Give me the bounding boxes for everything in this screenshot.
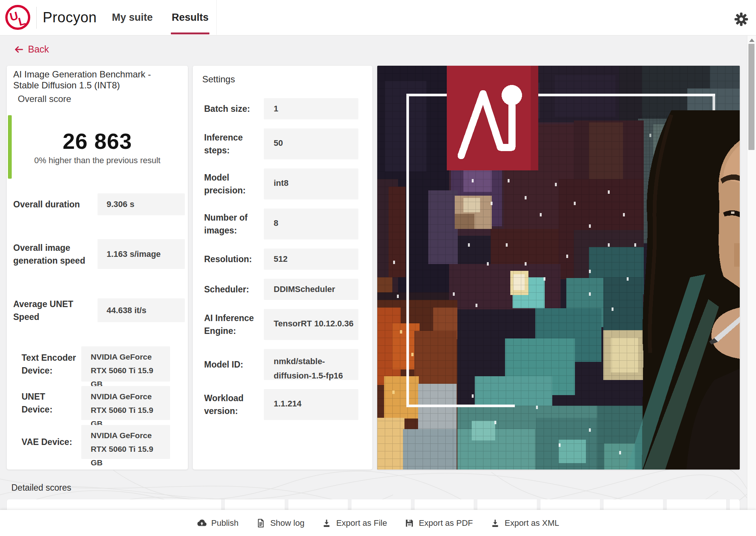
document-icon: [256, 518, 266, 528]
setting-label: Number of images:: [204, 209, 264, 239]
metric-value: 44.638 it/s: [107, 306, 146, 315]
score-comparison: 0% higher than the previous result: [7, 156, 188, 165]
back-label: Back: [28, 44, 49, 55]
metric-value-box: 44.638 it/s: [98, 298, 185, 322]
tab-my-suite[interactable]: My suite: [108, 0, 157, 35]
save-icon: [404, 518, 414, 528]
back-arrow-icon: [14, 44, 24, 55]
app-title: Procyon: [43, 0, 97, 35]
metric-label: Average UNET Speed: [13, 298, 93, 322]
setting-value-box: 1.1.214: [264, 389, 358, 420]
setting-value: nmkd/stable-diffusion-1.5-fp16: [274, 354, 358, 380]
footer-toolbar: Publish Show log Export as File Export a…: [0, 510, 756, 536]
header-divider: [216, 0, 217, 35]
detailed-scores-heading: Detailed scores: [11, 483, 71, 493]
show-log-label: Show log: [270, 518, 305, 528]
setting-label: Scheduler:: [204, 279, 264, 300]
device-value-box: NVIDIA GeForce RTX 5060 Ti 15.9 GB: [81, 346, 170, 382]
device-value: NVIDIA GeForce RTX 5060 Ti 15.9 GB: [91, 431, 153, 467]
device-value: NVIDIA GeForce RTX 5060 Ti 15.9 GB: [91, 392, 153, 428]
setting-value: 8: [274, 216, 278, 239]
export-file-button[interactable]: Export as File: [322, 518, 387, 528]
metric-value-box: 9.306 s: [98, 193, 185, 215]
device-value-box: NVIDIA GeForce RTX 5060 Ti 15.9 GB: [81, 425, 170, 459]
export-xml-button[interactable]: Export as XML: [490, 518, 559, 528]
setting-value-box: 8: [264, 209, 358, 239]
setting-value: 50: [274, 136, 283, 159]
setting-label: Resolution:: [204, 249, 264, 270]
scrollbar-up-arrow[interactable]: [749, 39, 754, 42]
detailed-scores-card: [7, 499, 740, 510]
scrollbar-thumb[interactable]: [748, 44, 754, 150]
metric-value: 9.306 s: [107, 199, 134, 209]
setting-value: 512: [274, 252, 288, 266]
show-log-button[interactable]: Show log: [256, 518, 305, 528]
result-summary-card: AI Image Generation Benchmark - Stable D…: [7, 66, 188, 470]
ul-logo-icon: U L: [5, 4, 31, 31]
setting-label: Batch size:: [204, 98, 264, 119]
setting-label: Model ID:: [204, 349, 264, 380]
cloud-upload-icon: [197, 518, 207, 528]
logo-letter-l: L: [17, 14, 27, 28]
setting-value: int8: [274, 176, 288, 199]
metric-value: 1.163 s/image: [107, 249, 161, 259]
metric-label: Overall duration: [13, 193, 93, 215]
generated-image: [377, 66, 740, 470]
gear-icon[interactable]: [734, 12, 749, 27]
device-label: UNET Device:: [22, 386, 78, 420]
export-pdf-label: Export as PDF: [419, 518, 473, 528]
setting-label: AI Inference Engine:: [204, 309, 264, 340]
brand-divider: [36, 7, 37, 29]
settings-title: Settings: [202, 74, 235, 85]
setting-value-box: 1: [264, 98, 358, 119]
setting-value-box: 50: [264, 128, 358, 159]
metric-value-box: 1.163 s/image: [98, 239, 185, 269]
setting-value-box: DDIMScheduler: [264, 279, 358, 300]
setting-value-box: TensorRT 10.12.0.36: [264, 309, 358, 340]
overall-score-label: Overall score: [18, 94, 71, 104]
export-file-label: Export as File: [336, 518, 387, 528]
download-icon: [490, 518, 500, 528]
setting-value-box: 512: [264, 249, 358, 270]
active-tab-underline: [171, 32, 209, 34]
metric-label: Overall image generation speed: [13, 239, 93, 269]
settings-card: Settings Batch size: 1 Inference steps: …: [193, 66, 372, 470]
benchmark-title: AI Image Generation Benchmark - Stable D…: [13, 69, 179, 91]
setting-value: 1.1.214: [274, 397, 301, 420]
setting-label: Workload version:: [204, 389, 264, 420]
publish-button[interactable]: Publish: [197, 518, 239, 528]
device-value-box: NVIDIA GeForce RTX 5060 Ti 15.9 GB: [81, 386, 170, 420]
scrollbar[interactable]: [747, 36, 756, 510]
export-xml-label: Export as XML: [505, 518, 559, 528]
export-pdf-button[interactable]: Export as PDF: [404, 518, 473, 528]
setting-value: 1: [274, 102, 278, 116]
setting-label: Inference steps:: [204, 128, 264, 159]
overall-score-value: 26 863: [7, 128, 188, 154]
download-icon: [322, 518, 332, 528]
setting-label: Model precision:: [204, 168, 264, 199]
device-label: VAE Device:: [22, 425, 78, 459]
tab-results[interactable]: Results: [170, 0, 210, 35]
setting-value: TensorRT 10.12.0.36: [274, 317, 353, 340]
setting-value-box: nmkd/stable-diffusion-1.5-fp16: [264, 349, 358, 380]
back-link[interactable]: Back: [14, 44, 49, 55]
device-label: Text Encoder Device:: [22, 346, 78, 382]
header: U L Procyon My suite Results: [0, 0, 756, 36]
device-value: NVIDIA GeForce RTX 5060 Ti 15.9 GB: [91, 352, 153, 388]
publish-label: Publish: [211, 518, 239, 528]
ai-banner: [447, 66, 538, 170]
setting-value: DDIMScheduler: [274, 282, 335, 297]
setting-value-box: int8: [264, 168, 358, 199]
